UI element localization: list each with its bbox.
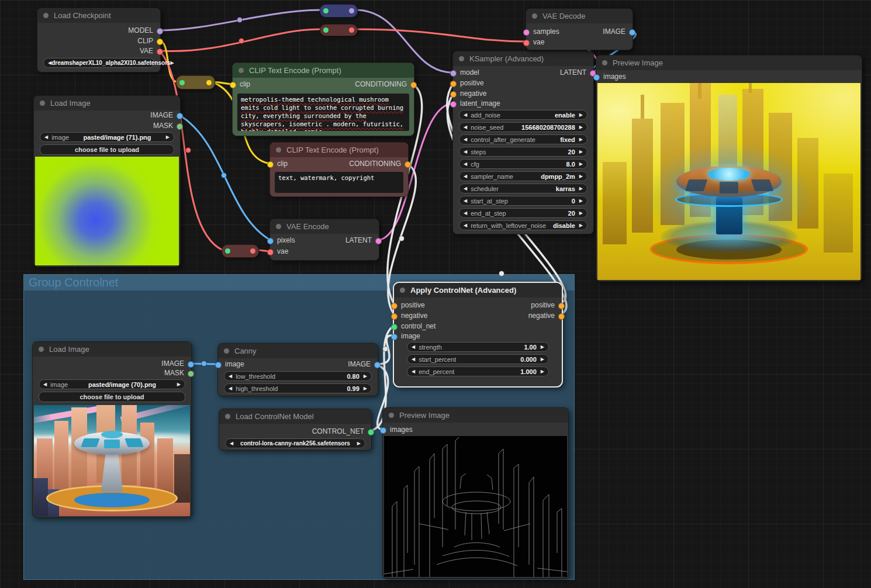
- port-images-input[interactable]: images: [383, 425, 413, 434]
- node-header[interactable]: VAE Decode: [526, 9, 632, 23]
- port-conditioning-output[interactable]: CONDITIONING: [355, 79, 414, 89]
- widget-control-after-generate[interactable]: ◀ control_after_generate fixed ▶: [459, 134, 587, 144]
- node-collapse-dot[interactable]: [40, 101, 45, 106]
- decrement-arrow-icon[interactable]: ◀: [229, 371, 232, 381]
- widget-start-percent[interactable]: ◀ start_percent 0.000 ▶: [407, 354, 549, 364]
- port-latent-image-input[interactable]: latent_image: [453, 99, 500, 108]
- node-ksampler-advanced[interactable]: KSampler (Advanced) model positive negat…: [452, 51, 594, 234]
- prompt-textarea[interactable]: metropolis-themed technological mushroom…: [237, 94, 409, 131]
- node-preview-image-top[interactable]: Preview Image images: [596, 55, 862, 282]
- widget-start-at-step[interactable]: ◀ start_at_step 0 ▶: [459, 196, 587, 206]
- node-header[interactable]: CLIP Text Encode (Prompt): [233, 63, 414, 78]
- port-image-output[interactable]: IMAGE: [603, 27, 632, 36]
- node-header[interactable]: VAE Encode: [270, 219, 379, 234]
- port-vae-input[interactable]: vae: [270, 247, 288, 256]
- reroute-node-vae-mid[interactable]: [222, 244, 259, 258]
- widget-return-with-leftover-noise[interactable]: ◀ return_with_leftover_noise disable ▶: [459, 220, 587, 230]
- port-mask-output[interactable]: MASK: [164, 368, 191, 378]
- increment-arrow-icon[interactable]: ▶: [171, 58, 174, 68]
- node-collapse-dot[interactable]: [43, 13, 49, 18]
- node-collapse-dot[interactable]: [532, 13, 537, 19]
- port-images-input[interactable]: images: [596, 72, 626, 81]
- decrement-arrow-icon[interactable]: ◀: [464, 184, 467, 193]
- port-latent-output[interactable]: LATENT: [345, 236, 379, 245]
- increment-arrow-icon[interactable]: ▶: [357, 438, 361, 448]
- increment-arrow-icon[interactable]: ▶: [177, 379, 181, 389]
- node-header[interactable]: CLIP Text Encode (Prompt): [270, 143, 408, 157]
- increment-arrow-icon[interactable]: ▶: [579, 110, 583, 120]
- decrement-arrow-icon[interactable]: ◀: [464, 122, 467, 132]
- node-collapse-dot[interactable]: [225, 414, 230, 419]
- reroute-output-port[interactable]: [206, 80, 212, 85]
- decrement-arrow-icon[interactable]: ◀: [464, 220, 467, 230]
- prompt-textarea[interactable]: text, watermark, copyright: [275, 172, 403, 193]
- node-collapse-dot[interactable]: [39, 347, 44, 352]
- reroute-node-vae-top[interactable]: [320, 24, 358, 36]
- port-vae-input[interactable]: vae: [526, 37, 544, 47]
- choose-file-button[interactable]: choose file to upload: [39, 392, 185, 402]
- node-header[interactable]: KSampler (Advanced): [453, 51, 593, 66]
- widget-steps[interactable]: ◀ steps 20 ▶: [459, 147, 587, 157]
- node-clip-text-encode-negative[interactable]: CLIP Text Encode (Prompt) clip CONDITION…: [269, 142, 409, 197]
- decrement-arrow-icon[interactable]: ◀: [412, 354, 415, 364]
- node-graph-canvas[interactable]: Group Controlnet: [0, 0, 871, 588]
- reroute-node-clip[interactable]: [176, 75, 215, 89]
- port-negative-output[interactable]: negative: [528, 311, 562, 320]
- node-header[interactable]: Canny: [218, 344, 378, 358]
- port-samples-input[interactable]: samples: [526, 27, 559, 36]
- decrement-arrow-icon[interactable]: ◀: [464, 208, 467, 218]
- increment-arrow-icon[interactable]: ▶: [579, 122, 583, 132]
- collapse-dot-icon[interactable]: [323, 27, 329, 33]
- port-image-input[interactable]: image: [394, 331, 420, 341]
- node-collapse-dot[interactable]: [602, 60, 607, 65]
- widget-add-noise[interactable]: ◀ add_noise enable ▶: [459, 110, 587, 120]
- port-positive-input[interactable]: positive: [394, 300, 425, 310]
- decrement-arrow-icon[interactable]: ◀: [464, 147, 467, 157]
- node-load-image-top[interactable]: Load Image IMAGE MASK ◀ image pasted/ima…: [33, 95, 181, 267]
- node-clip-text-encode-positive[interactable]: CLIP Text Encode (Prompt) clip CONDITION…: [232, 63, 414, 136]
- port-image-output[interactable]: IMAGE: [161, 359, 191, 368]
- port-positive-input[interactable]: positive: [453, 78, 484, 88]
- node-preview-image-group[interactable]: Preview Image images: [382, 407, 569, 579]
- widget-end-percent[interactable]: ◀ end_percent 1.000 ▶: [407, 366, 549, 376]
- port-control-net-output[interactable]: CONTROL_NET: [312, 427, 371, 436]
- port-clip-input[interactable]: clip: [270, 159, 288, 168]
- node-collapse-dot[interactable]: [400, 288, 405, 293]
- decrement-arrow-icon[interactable]: ◀: [44, 132, 48, 142]
- increment-arrow-icon[interactable]: ▶: [364, 371, 367, 381]
- increment-arrow-icon[interactable]: ▶: [579, 208, 583, 218]
- choose-file-button[interactable]: choose file to upload: [40, 144, 174, 155]
- node-vae-encode[interactable]: VAE Encode pixels vae LATENT: [269, 219, 379, 261]
- decrement-arrow-icon[interactable]: ◀: [412, 366, 415, 376]
- node-header[interactable]: Preview Image: [596, 56, 862, 70]
- port-positive-output[interactable]: positive: [531, 300, 562, 310]
- reroute-output-port[interactable]: [349, 8, 354, 13]
- controlnet-name-combo[interactable]: ◀ control-lora-canny-rank256.safetensors…: [225, 438, 365, 448]
- image-combo[interactable]: ◀ image pasted/image (70).png ▶: [39, 379, 185, 389]
- increment-arrow-icon[interactable]: ▶: [166, 132, 170, 142]
- node-collapse-dot[interactable]: [276, 147, 281, 153]
- increment-arrow-icon[interactable]: ▶: [579, 220, 583, 230]
- port-model-output[interactable]: MODEL: [128, 26, 160, 35]
- increment-arrow-icon[interactable]: ▶: [579, 147, 583, 157]
- port-image-input[interactable]: image: [218, 359, 244, 369]
- port-clip-output[interactable]: CLIP: [137, 36, 160, 46]
- widget-high-threshold[interactable]: ◀ high_threshold 0.99 ▶: [224, 383, 372, 393]
- increment-arrow-icon[interactable]: ▶: [579, 171, 583, 181]
- port-mask-output[interactable]: MASK: [153, 121, 180, 130]
- decrement-arrow-icon[interactable]: ◀: [464, 159, 467, 169]
- node-collapse-dot[interactable]: [224, 348, 229, 354]
- decrement-arrow-icon[interactable]: ◀: [412, 342, 415, 352]
- port-pixels-input[interactable]: pixels: [270, 236, 295, 245]
- decrement-arrow-icon[interactable]: ◀: [229, 383, 232, 393]
- widget-strength[interactable]: ◀ strength 1.00 ▶: [407, 342, 549, 352]
- port-conditioning-output[interactable]: CONDITIONING: [349, 159, 408, 168]
- node-load-controlnet-model[interactable]: Load ControlNet Model CONTROL_NET ◀ cont…: [219, 409, 372, 451]
- increment-arrow-icon[interactable]: ▶: [364, 383, 367, 393]
- image-combo[interactable]: ◀ image pasted/image (71).png ▶: [40, 132, 174, 142]
- node-canny[interactable]: Canny image IMAGE ◀ low_threshold 0.80 ▶…: [217, 343, 378, 396]
- widget-low-threshold[interactable]: ◀ low_threshold 0.80 ▶: [224, 371, 372, 381]
- node-apply-controlnet-advanced[interactable]: Apply ControlNet (Advanced) positive neg…: [393, 282, 563, 388]
- port-negative-input[interactable]: negative: [453, 89, 486, 98]
- node-header[interactable]: Load Image: [33, 342, 191, 357]
